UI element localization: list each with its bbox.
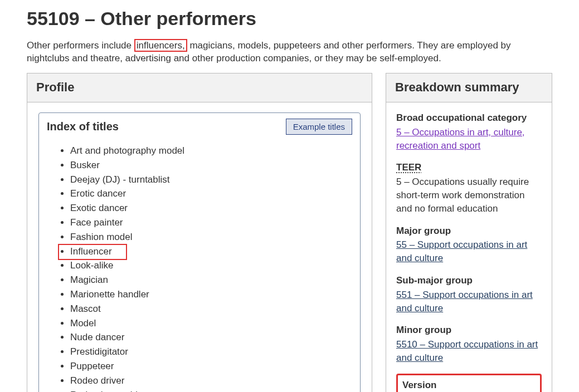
- list-item: Rodeo driver: [70, 374, 360, 388]
- list-item: Face painter: [70, 215, 360, 230]
- list-item: Nude dancer: [70, 330, 360, 345]
- title-text: Marionette handler: [70, 289, 149, 300]
- list-item: Model: [70, 316, 360, 331]
- broad-category-group: Broad occupational category 5 – Occupati…: [396, 111, 542, 152]
- title-text: Look-alike: [70, 260, 114, 271]
- teer-text: 5 – Occupations usually require short-te…: [396, 175, 542, 215]
- major-group-group: Major group 55 – Support occupations in …: [396, 224, 542, 265]
- intro-highlight-influencers: influencers,: [134, 39, 187, 52]
- title-text: Deejay (DJ) - turntablist: [70, 174, 170, 185]
- list-item: Fashion model: [70, 230, 360, 244]
- title-text: Busker: [70, 160, 100, 170]
- title-text: Face painter: [70, 217, 123, 228]
- major-group-label: Major group: [396, 224, 542, 238]
- title-text: Rodeo driver: [70, 375, 124, 386]
- list-item: Influencer: [70, 244, 360, 259]
- submajor-group-group: Sub-major group 551 – Support occupation…: [396, 274, 542, 315]
- list-item: Prestidigitator: [70, 345, 360, 359]
- title-text: Magician: [70, 275, 108, 285]
- breakdown-panel: Breakdown summary Broad occupational cat…: [386, 73, 552, 392]
- major-group-link[interactable]: 55 – Support occupations in art and cult…: [396, 239, 527, 263]
- minor-group-label: Minor group: [396, 324, 542, 337]
- title-text: Rodeo horse rider: [70, 390, 146, 392]
- minor-group-link[interactable]: 5510 – Support occupations in art and cu…: [396, 339, 538, 363]
- title-text: Fashion model: [70, 232, 133, 242]
- list-item: Exotic dancer: [70, 201, 360, 215]
- broad-category-link[interactable]: 5 – Occupations in art, culture, recreat…: [396, 127, 525, 151]
- list-item: Magician: [70, 273, 360, 287]
- example-titles-button[interactable]: Example titles: [286, 119, 352, 135]
- minor-group-group: Minor group 5510 – Support occupations i…: [396, 324, 542, 364]
- list-item: Busker: [70, 158, 360, 173]
- submajor-group-link[interactable]: 551 – Support occupations in art and cul…: [396, 290, 533, 313]
- teer-group: TEER 5 – Occupations usually require sho…: [396, 161, 542, 215]
- list-item: Deejay (DJ) - turntablist: [70, 173, 360, 187]
- index-of-titles-card: Index of titles Example titles Art and p…: [38, 112, 361, 392]
- intro-before: Other performers include: [27, 40, 134, 51]
- title-text: Art and photography model: [70, 145, 184, 156]
- version-group: Version NOC 2021 Version 1.0: [396, 374, 542, 392]
- list-item: Marionette handler: [70, 287, 360, 302]
- submajor-group-label: Sub-major group: [396, 274, 542, 287]
- list-item: Erotic dancer: [70, 187, 360, 201]
- title-text: Exotic dancer: [70, 203, 128, 213]
- list-item: Rodeo horse rider: [70, 388, 360, 392]
- version-label: Version: [402, 379, 536, 392]
- titles-list: Art and photography modelBuskerDeejay (D…: [39, 144, 360, 392]
- breakdown-header: Breakdown summary: [386, 74, 552, 102]
- title-text: Influencer: [70, 246, 112, 257]
- broad-category-label: Broad occupational category: [396, 111, 542, 125]
- teer-label: TEER: [396, 161, 421, 174]
- title-text: Puppeteer: [70, 361, 114, 371]
- title-text: Model: [70, 318, 96, 329]
- profile-panel: Profile Index of titles Example titles A…: [27, 73, 372, 392]
- title-text: Nude dancer: [70, 332, 124, 342]
- title-text: Mascot: [70, 303, 101, 314]
- page-title: 55109 – Other performers: [27, 6, 552, 32]
- intro-text: Other performers include influencers, ma…: [27, 39, 552, 66]
- list-item: Look-alike: [70, 258, 360, 273]
- index-of-titles-heading: Index of titles: [47, 119, 119, 134]
- title-text: Prestidigitator: [70, 346, 128, 357]
- list-item: Art and photography model: [70, 144, 360, 158]
- profile-header: Profile: [27, 74, 372, 102]
- list-item: Mascot: [70, 302, 360, 316]
- title-text: Erotic dancer: [70, 188, 126, 199]
- list-item: Puppeteer: [70, 359, 360, 374]
